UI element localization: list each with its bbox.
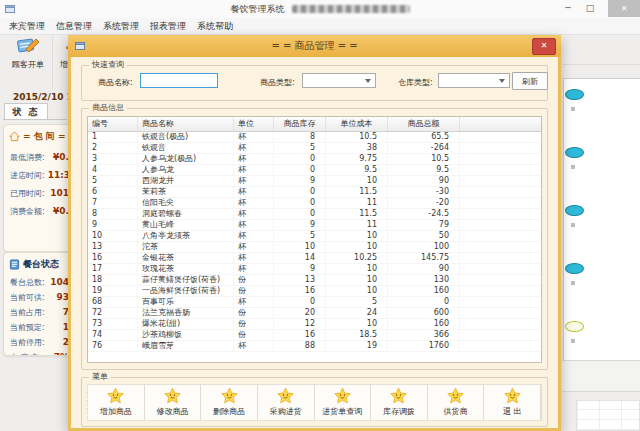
menu-button-删除商品[interactable]: 删除商品 [201,385,258,420]
table-cell: 0 [274,297,326,307]
menu-button-增加商品[interactable]: 增加商品 [88,385,145,420]
menubar-item-信息管理[interactable]: 信息管理 [56,20,92,33]
star-icon [220,387,239,405]
table-row[interactable]: 6茉莉茶杯011.5-30 [88,187,541,198]
star-icon [446,387,465,405]
table-row[interactable]: 4人参乌龙杯09.59.5 [88,165,541,176]
product-info-group: 商品信息 编号商品名称单位商品库存单位成本商品总额 1铁观音(极品)杯810.5… [81,108,548,370]
table-cell: 50 [388,231,460,241]
table-row[interactable]: 73爆米花(甜)份1210160 [88,319,541,330]
status-field: 当前可供:93 [4,292,76,303]
warehouse-type-select[interactable] [438,73,510,88]
table-row[interactable]: 18蒜仔黄鳝煲仔饭(荷香)份1310130 [88,275,541,286]
dialog-close-button[interactable]: ✕ [532,38,556,55]
table-cell: 4 [88,165,138,175]
table-row[interactable]: 68百事可乐杯050 [88,297,541,308]
status-field: 最低消费:¥0. [4,152,76,163]
menubar-item-来宾管理[interactable]: 来宾管理 [9,20,45,33]
table-row[interactable]: 9黄山毛峰杯91179 [88,220,541,231]
table-row[interactable]: 19一品海鲜煲仔饭(荷香)份1610160 [88,286,541,297]
refresh-button[interactable]: 刷新 [512,72,548,90]
table-cell-filler [460,176,541,186]
table-cell: 份 [234,275,274,285]
maximize-button[interactable]: □ [580,0,600,17]
table-row[interactable]: 3人参乌龙(极品)杯09.7510.5 [88,154,541,165]
table-row[interactable]: 7信阳毛尖杯011-20 [88,198,541,209]
table-cell: 10 [326,242,388,252]
table-row[interactable]: 13沱茶杯1010100 [88,242,541,253]
tab-status[interactable]: 状 态 [4,103,48,120]
table-cell-filler [460,143,541,153]
window-close-button[interactable]: ✕ [608,0,640,17]
menu-buttons: 增加商品修改商品删除商品采购进货进货单查询库存调拨供货商退 出 [87,384,542,421]
menu-button-采购进货[interactable]: 采购进货 [258,385,315,420]
column-header[interactable]: 编号 [88,117,138,131]
field-label: 进店时间: [10,170,45,181]
table-row[interactable]: 16金银花茶杯1410.25145.75 [88,253,541,264]
table-cell: 100 [388,242,460,252]
table-cell-filler [460,220,541,230]
table-cell: 130 [388,275,460,285]
table-cell: 9.5 [326,165,388,175]
table-cell: 0 [274,187,326,197]
table-row[interactable]: 1铁观音(极品)杯810.565.5 [88,132,541,143]
table-row[interactable]: 5西湖龙井杯91090 [88,176,541,187]
field-label: 当前可供: [10,292,45,303]
minimize-button[interactable]: ─ [558,0,578,17]
menubar-item-系统管理[interactable]: 系统管理 [103,20,139,33]
table-row[interactable]: 17玫瑰花茶杯91090 [88,264,541,275]
table-cell: 10 [326,275,388,285]
field-label: 当前预定: [10,322,45,333]
column-header[interactable]: 商品名称 [138,117,234,131]
table-cell: 法兰克福香肠 [138,308,234,318]
menu-button-label: 采购进货 [270,406,302,417]
table-cell: 24 [326,308,388,318]
column-header[interactable]: 商品库存 [274,117,326,131]
table-cell: 黄山毛峰 [138,220,234,230]
column-header[interactable]: 单位 [234,117,274,131]
table-cell: 16 [274,330,326,340]
seat-icon[interactable] [565,89,584,100]
product-management-dialog: = = 商品管理 = = ✕ 快速查询 商品名称: 商品类型: 仓库类型: 刷新… [68,35,561,431]
table-status-panel: 餐台状态 餐台总数:104当前可供:93当前占用:7当前预定:1当前停用:2上 … [3,252,77,356]
menu-button-库存调拨[interactable]: 库存调拨 [371,385,428,420]
table-cell: 9 [88,220,138,230]
column-header[interactable]: 商品总额 [388,117,460,131]
product-type-select[interactable] [302,73,376,88]
table-cell-filler [460,308,541,318]
table-cell: 玫瑰花茶 [138,264,234,274]
menu-button-进货单查询[interactable]: 进货单查询 [315,385,372,420]
table-cell: 杯 [234,297,274,307]
menubar-item-系统帮助[interactable]: 系统帮助 [197,20,233,33]
menu-button-退 出[interactable]: 退 出 [484,385,541,420]
table-row[interactable]: 72法兰克福香肠份2024600 [88,308,541,319]
table-cell: 人参乌龙 [138,165,234,175]
table-row[interactable]: 2铁观音杯538-264 [88,143,541,154]
column-header[interactable]: 单位成本 [326,117,388,131]
table-cell: 杯 [234,165,274,175]
seat-icon[interactable] [565,263,584,274]
table-cell: 10 [326,319,388,329]
seat-icon[interactable] [565,147,584,158]
product-name-input[interactable] [140,73,218,88]
table-row[interactable]: 10八角亭龙须茶杯51050 [88,231,541,242]
table-row[interactable]: 74沙茶鸡柳饭份1618.5366 [88,330,541,341]
table-row[interactable]: 8洞庭碧螺春杯011.5-24.5 [88,209,541,220]
seat-icon[interactable] [565,321,584,332]
toolbar-customer-order-button[interactable]: 顾客开单 [6,33,50,70]
table-row[interactable]: 76峨眉雪芽杯88191760 [88,341,541,352]
table-cell: 10 [326,231,388,241]
table-cell: 5 [274,231,326,241]
table-cell: 爆米花(甜) [138,319,234,329]
menu-button-修改商品[interactable]: 修改商品 [145,385,202,420]
seat-marker [571,339,575,343]
seat-icon[interactable] [565,205,584,216]
menu-button-label: 删除商品 [213,406,245,417]
menubar-item-报表管理[interactable]: 报表管理 [150,20,186,33]
menu-button-label: 进货单查询 [322,406,362,417]
menu-button-供货商[interactable]: 供货商 [428,385,485,420]
dialog-titlebar[interactable]: = = 商品管理 = = ✕ [68,35,561,57]
table-status-title: 餐台状态 [23,258,59,271]
menu-button-label: 库存调拨 [383,406,415,417]
home-icon [9,131,20,142]
